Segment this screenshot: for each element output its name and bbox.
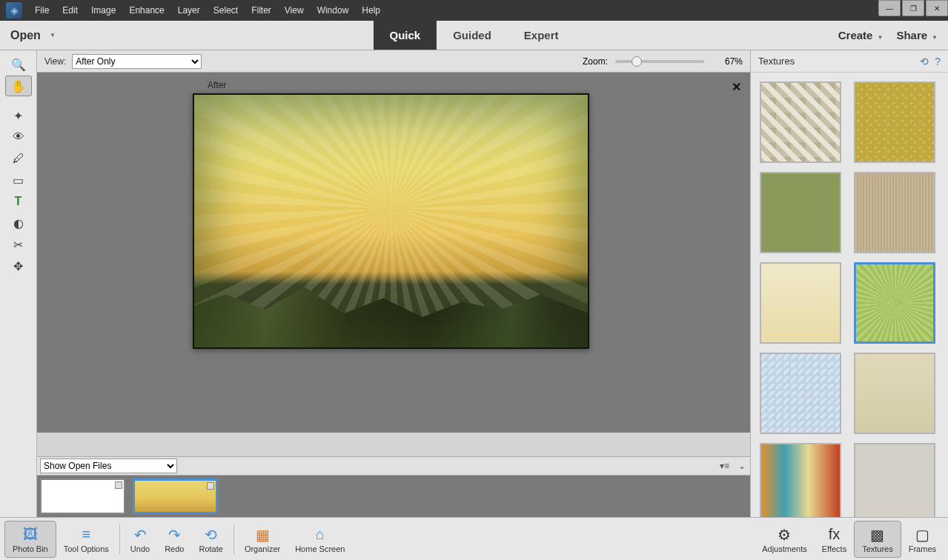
menu-file[interactable]: File [28, 0, 56, 21]
frames-button[interactable]: ▢Frames [901, 521, 944, 558]
undo-button[interactable]: ↶Undo [123, 521, 157, 558]
view-select[interactable]: After Only [72, 54, 202, 69]
texture-swatch[interactable] [854, 353, 935, 434]
close-button[interactable]: ✕ [926, 0, 948, 16]
textures-button[interactable]: ▩Textures [854, 521, 901, 558]
image-canvas[interactable] [193, 93, 589, 349]
texture-swatch[interactable] [760, 443, 841, 517]
redeye-tool[interactable]: 👁 [5, 127, 32, 147]
bottom-bar: 🖼Photo Bin≡Tool Options↶Undo↷Redo⟲Rotate… [0, 517, 948, 560]
reset-icon[interactable]: ⟲ [920, 56, 929, 67]
zoom-label: Zoom: [583, 56, 608, 67]
organizer-button[interactable]: ▦Organizer [237, 521, 288, 558]
open-button[interactable]: Open▼ [0, 21, 66, 50]
menu-enhance[interactable]: Enhance [122, 0, 170, 21]
bin-collapse-icon[interactable]: ⌄ [738, 461, 746, 471]
adjustments-button[interactable]: ⚙Adjustments [755, 521, 815, 558]
texture-swatch[interactable] [760, 353, 841, 434]
effects-button[interactable]: fxEffects [815, 521, 854, 558]
menu-layer[interactable]: Layer [171, 0, 207, 21]
whiten-tool[interactable]: 🖊 [5, 148, 32, 169]
after-label: After [208, 80, 226, 90]
home-screen-button[interactable]: ⌂Home Screen [288, 521, 352, 558]
mode-bar: Open▼ QuickGuidedExpert Create▼ Share▼ [0, 21, 948, 50]
crop-tool[interactable]: ✂ [5, 234, 32, 255]
quick-select-tool[interactable]: ✦ [5, 105, 32, 126]
menu-bar: FileEditImageEnhanceLayerSelectFilterVie… [0, 0, 948, 21]
bin-thumbnail[interactable] [133, 479, 218, 514]
spot-heal-tool[interactable]: ◐ [5, 213, 32, 233]
mode-tab-guided[interactable]: Guided [437, 21, 508, 50]
menu-edit[interactable]: Edit [56, 0, 84, 21]
menu-image[interactable]: Image [84, 0, 122, 21]
bin-thumbnail[interactable] [40, 479, 125, 514]
app-logo [6, 2, 22, 19]
menu-view[interactable]: View [278, 0, 311, 21]
options-bar: View: After Only Zoom: 67% [37, 50, 750, 73]
texture-swatch[interactable] [760, 81, 841, 163]
texture-swatch[interactable] [854, 443, 935, 517]
zoom-value: 67% [717, 56, 743, 67]
mode-tab-quick[interactable]: Quick [373, 21, 437, 50]
tool-bar: 🔍✋✦👁🖊▭T◐✂✥ [0, 50, 37, 517]
texture-swatch[interactable] [854, 262, 935, 344]
texture-swatch[interactable] [854, 172, 935, 253]
right-panel: Textures ⟲ ? [750, 50, 948, 517]
photo-bin [37, 476, 750, 517]
bin-filter-select[interactable]: Show Open Files [40, 459, 177, 473]
photo-bin-button[interactable]: 🖼Photo Bin [4, 521, 56, 558]
straighten-tool[interactable]: ▭ [5, 170, 32, 190]
minimize-button[interactable]: — [878, 0, 901, 16]
type-tool[interactable]: T [5, 191, 32, 212]
tool-options-button[interactable]: ≡Tool Options [56, 521, 116, 558]
texture-swatch[interactable] [760, 262, 841, 344]
panel-title: Textures [758, 56, 795, 67]
menu-help[interactable]: Help [355, 0, 387, 21]
canvas-area: ✕ After [37, 73, 750, 433]
menu-window[interactable]: Window [311, 0, 356, 21]
redo-button[interactable]: ↷Redo [157, 521, 191, 558]
mode-tab-expert[interactable]: Expert [508, 21, 575, 50]
texture-swatch[interactable] [760, 172, 841, 253]
menu-filter[interactable]: Filter [245, 0, 278, 21]
close-document-icon[interactable]: ✕ [732, 80, 741, 94]
zoom-tool[interactable]: 🔍 [5, 54, 32, 75]
hand-tool[interactable]: ✋ [5, 76, 32, 96]
texture-swatch[interactable] [854, 81, 935, 163]
help-icon[interactable]: ? [935, 56, 941, 67]
share-button[interactable]: Share▼ [896, 29, 938, 41]
create-button[interactable]: Create▼ [838, 29, 884, 41]
menu-select[interactable]: Select [207, 0, 245, 21]
photo-bin-bar: Show Open Files ▾≡ ⌄ [37, 456, 750, 476]
bin-options-icon[interactable]: ▾≡ [720, 461, 729, 471]
move-tool[interactable]: ✥ [5, 256, 32, 276]
maximize-button[interactable]: ❐ [902, 0, 924, 16]
rotate-button[interactable]: ⟲Rotate [191, 521, 230, 558]
zoom-slider[interactable] [615, 60, 704, 63]
view-label: View: [44, 56, 66, 67]
